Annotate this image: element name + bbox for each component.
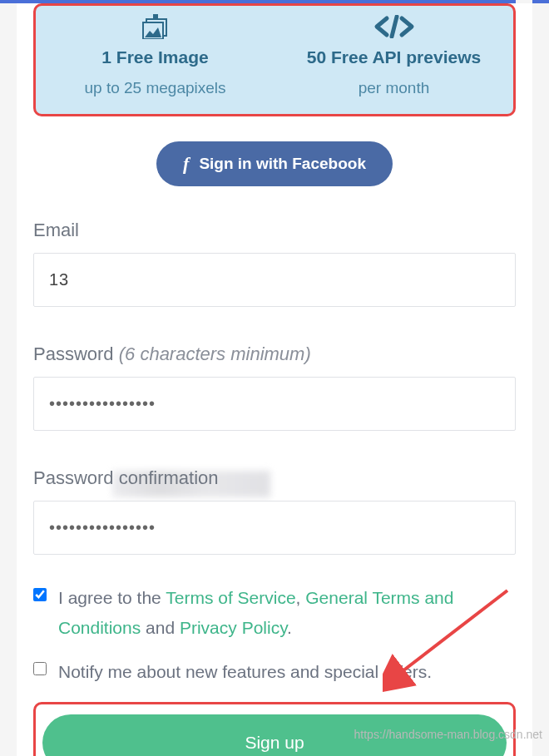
password-label-text: Password [33,343,119,364]
email-group: Email [33,220,516,343]
password-group: Password (6 characters minimum) [33,343,516,467]
privacy-link[interactable]: Privacy Policy [180,618,287,637]
agree-row: I agree to the Terms of Service, General… [33,583,516,642]
promo-right-subtitle: per month [274,79,513,97]
password-label: Password (6 characters minimum) [33,343,516,365]
promo-left-title: 1 Free Image [36,47,274,67]
top-accent-gap [516,0,532,3]
agree-checkbox[interactable] [33,588,47,601]
confirm-label: Password confirmation [33,467,516,489]
tos-link[interactable]: Terms of Service [166,588,295,607]
svg-marker-2 [153,14,158,19]
image-stack-icon [36,14,274,39]
promo-right-title: 50 Free API previews [274,47,513,67]
facebook-signin-button[interactable]: f Sign in with Facebook [156,141,393,186]
signup-form-container: 1 Free Image up to 25 megapixels 50 Free… [17,3,532,756]
promo-api-previews: 50 Free API previews per month [274,14,513,97]
email-label: Email [33,220,516,241]
facebook-icon: f [183,153,189,175]
promo-free-image: 1 Free Image up to 25 megapixels [36,14,274,97]
notify-checkbox[interactable] [33,662,47,675]
agree-sep2: and [141,618,180,637]
promo-box: 1 Free Image up to 25 megapixels 50 Free… [33,3,516,116]
code-icon [274,14,513,39]
notify-row: Notify me about new features and special… [33,657,516,687]
signup-button-label: Sign up [245,733,304,752]
notify-label: Notify me about new features and special… [58,657,432,687]
email-field[interactable] [33,253,516,307]
agree-suffix: . [287,618,292,637]
password-field[interactable] [33,377,516,431]
password-hint: (6 characters minimum) [119,343,311,364]
svg-line-4 [392,17,397,37]
promo-left-subtitle: up to 25 megapixels [36,79,274,97]
agree-prefix: I agree to the [58,588,166,607]
confirm-group: Password confirmation [33,467,516,583]
facebook-button-label: Sign in with Facebook [199,155,366,173]
watermark: https://handsome-man.blog.csdn.net [354,728,542,741]
agree-label: I agree to the Terms of Service, General… [58,583,516,642]
confirm-password-field[interactable] [33,501,516,555]
agree-sep1: , [296,588,306,607]
